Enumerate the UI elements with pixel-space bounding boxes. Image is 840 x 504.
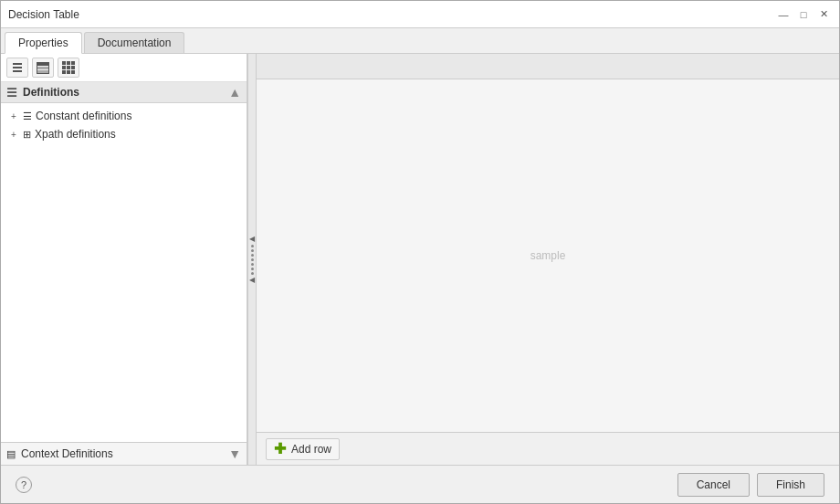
title-bar: Decision Table — □ ✕ [1,1,839,28]
right-top-bar [257,54,839,79]
dropdown-arrow-icon[interactable]: ▼ [228,446,241,461]
definitions-section-header: ☰ Definitions ▲ [1,82,247,103]
add-table-button[interactable] [32,58,54,78]
constant-label: Constant definitions [36,110,131,122]
finish-button[interactable]: Finish [757,473,824,497]
expand-icon-constant[interactable]: + [8,110,19,121]
tabs-bar: Properties Documentation [1,28,839,54]
bottom-bar-left: ▤ Context Definitions [6,447,113,460]
add-row-label: Add row [291,443,331,456]
xpath-label: Xpath definitions [35,128,116,141]
footer-buttons: Cancel Finish [677,473,824,497]
window-controls: — □ ✕ [775,6,832,23]
toolbar-row [1,54,247,82]
right-placeholder: sample [530,249,566,262]
xpath-icon: ⊞ [23,129,31,141]
add-row-button[interactable]: ✚ Add row [266,438,340,460]
expand-icon-xpath[interactable]: + [8,129,19,140]
list-icon [13,63,22,72]
splitter-dot-7 [251,272,254,275]
context-definitions-icon: ▤ [6,448,16,460]
splitter-right-arrow[interactable]: ◀ [249,277,255,284]
add-list-button[interactable] [6,58,28,78]
cancel-button[interactable]: Cancel [677,473,750,497]
grid-icon [62,61,75,74]
tab-documentation[interactable]: Documentation [84,32,185,53]
tree-area: + ☰ Constant definitions + ⊞ Xpath defin… [1,103,247,442]
definitions-label: Definitions [23,86,79,99]
tree-item-constant[interactable]: + ☰ Constant definitions [1,107,247,125]
splitter-dot-5 [251,263,254,266]
add-grid-button[interactable] [58,58,79,78]
definitions-icon: ☰ [6,86,17,100]
right-content: sample [257,79,839,432]
context-definitions-label: Context Definitions [21,447,113,460]
vertical-splitter[interactable]: ◀ ◀ [247,54,257,465]
plus-icon: ✚ [274,442,286,457]
splitter-dot-4 [251,258,254,261]
scroll-up-icon[interactable]: ▲ [228,85,241,100]
splitter-dot-3 [251,254,254,257]
table-icon [37,62,49,74]
constant-icon: ☰ [23,110,32,122]
dialog-title: Decision Table [8,8,79,21]
right-bottom-bar: ✚ Add row [257,432,839,465]
right-panel: sample ✚ Add row [257,54,839,465]
close-button[interactable]: ✕ [815,6,832,23]
left-panel: ☰ Definitions ▲ + ☰ Constant definitions… [1,54,247,465]
bottom-bar: ▤ Context Definitions ▼ [1,442,247,465]
footer: ? Cancel Finish [1,465,839,503]
splitter-dot-2 [251,249,254,252]
splitter-dot-1 [251,245,254,247]
content-area: ☰ Definitions ▲ + ☰ Constant definitions… [1,54,839,465]
help-button[interactable]: ? [16,477,32,493]
dialog: Decision Table — □ ✕ Properties Document… [0,0,840,504]
tree-item-xpath[interactable]: + ⊞ Xpath definitions [1,125,247,143]
splitter-left-arrow[interactable]: ◀ [249,236,255,243]
splitter-dot-6 [251,268,254,270]
section-header-left: ☰ Definitions [6,86,79,100]
minimize-button[interactable]: — [775,6,792,23]
tab-properties[interactable]: Properties [5,32,82,54]
maximize-button[interactable]: □ [795,6,812,23]
